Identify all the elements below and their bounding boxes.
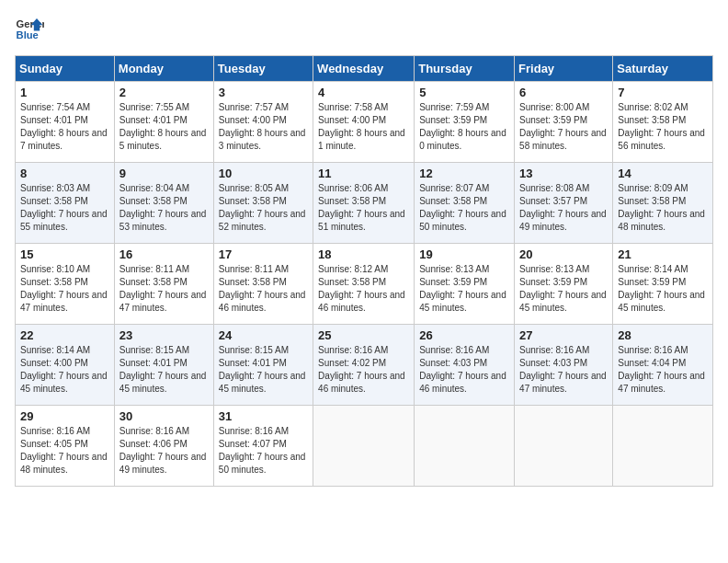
column-header-monday: Monday xyxy=(114,56,213,82)
day-number: 12 xyxy=(419,167,509,180)
day-cell-10: 10Sunrise: 8:05 AMSunset: 3:58 PMDayligh… xyxy=(213,163,313,244)
day-number: 6 xyxy=(519,86,608,99)
day-cell-6: 6Sunrise: 8:00 AMSunset: 3:59 PMDaylight… xyxy=(515,82,613,163)
day-info: Sunrise: 8:09 AMSunset: 3:58 PMDaylight:… xyxy=(618,182,708,234)
day-cell-27: 27Sunrise: 8:16 AMSunset: 4:03 PMDayligh… xyxy=(515,325,613,406)
day-cell-26: 26Sunrise: 8:16 AMSunset: 4:03 PMDayligh… xyxy=(415,325,515,406)
day-info: Sunrise: 7:57 AMSunset: 4:00 PMDaylight:… xyxy=(219,101,308,153)
day-info: Sunrise: 7:59 AMSunset: 3:59 PMDaylight:… xyxy=(419,101,509,153)
day-number: 21 xyxy=(618,247,708,261)
day-info: Sunrise: 8:10 AMSunset: 3:58 PMDaylight:… xyxy=(20,263,109,315)
day-cell-30: 30Sunrise: 8:16 AMSunset: 4:06 PMDayligh… xyxy=(114,406,213,487)
day-cell-29: 29Sunrise: 8:16 AMSunset: 4:05 PMDayligh… xyxy=(16,406,115,487)
day-info: Sunrise: 8:15 AMSunset: 4:01 PMDaylight:… xyxy=(219,344,308,396)
day-info: Sunrise: 8:04 AMSunset: 3:58 PMDaylight:… xyxy=(119,182,209,234)
day-number: 24 xyxy=(219,328,308,342)
day-cell-24: 24Sunrise: 8:15 AMSunset: 4:01 PMDayligh… xyxy=(213,325,313,406)
day-info: Sunrise: 8:16 AMSunset: 4:02 PMDaylight:… xyxy=(318,344,409,396)
day-number: 9 xyxy=(119,167,209,180)
day-cell-2: 2Sunrise: 7:55 AMSunset: 4:01 PMDaylight… xyxy=(114,82,213,163)
day-number: 18 xyxy=(318,247,409,261)
day-info: Sunrise: 8:15 AMSunset: 4:01 PMDaylight:… xyxy=(119,344,209,396)
day-number: 26 xyxy=(419,328,509,342)
day-number: 14 xyxy=(618,167,708,180)
day-number: 7 xyxy=(618,86,708,99)
day-cell-9: 9Sunrise: 8:04 AMSunset: 3:58 PMDaylight… xyxy=(114,163,213,244)
day-number: 15 xyxy=(20,247,109,261)
day-cell-19: 19Sunrise: 8:13 AMSunset: 3:59 PMDayligh… xyxy=(415,244,515,325)
day-cell-4: 4Sunrise: 7:58 AMSunset: 4:00 PMDaylight… xyxy=(313,82,415,163)
day-info: Sunrise: 8:16 AMSunset: 4:03 PMDaylight:… xyxy=(519,344,608,396)
day-number: 5 xyxy=(419,86,509,99)
day-cell-3: 3Sunrise: 7:57 AMSunset: 4:00 PMDaylight… xyxy=(213,82,313,163)
empty-cell xyxy=(313,406,415,487)
column-header-wednesday: Wednesday xyxy=(313,56,415,82)
day-info: Sunrise: 8:06 AMSunset: 3:58 PMDaylight:… xyxy=(318,182,409,234)
day-number: 16 xyxy=(119,247,209,261)
day-number: 20 xyxy=(519,247,608,261)
day-number: 17 xyxy=(219,247,308,261)
day-number: 4 xyxy=(318,86,409,99)
day-cell-23: 23Sunrise: 8:15 AMSunset: 4:01 PMDayligh… xyxy=(114,325,213,406)
day-info: Sunrise: 8:16 AMSunset: 4:04 PMDaylight:… xyxy=(618,344,708,396)
empty-cell xyxy=(515,406,613,487)
day-info: Sunrise: 8:16 AMSunset: 4:03 PMDaylight:… xyxy=(419,344,509,396)
day-info: Sunrise: 8:16 AMSunset: 4:06 PMDaylight:… xyxy=(119,425,209,477)
page-header: General Blue xyxy=(15,15,713,44)
day-number: 29 xyxy=(20,409,109,423)
day-number: 28 xyxy=(618,328,708,342)
day-info: Sunrise: 8:00 AMSunset: 3:59 PMDaylight:… xyxy=(519,101,608,153)
day-number: 25 xyxy=(318,328,409,342)
calendar-week-row: 15Sunrise: 8:10 AMSunset: 3:58 PMDayligh… xyxy=(16,244,713,325)
day-cell-28: 28Sunrise: 8:16 AMSunset: 4:04 PMDayligh… xyxy=(613,325,713,406)
day-number: 30 xyxy=(119,409,209,423)
day-cell-1: 1Sunrise: 7:54 AMSunset: 4:01 PMDaylight… xyxy=(16,82,115,163)
day-info: Sunrise: 8:13 AMSunset: 3:59 PMDaylight:… xyxy=(519,263,608,315)
column-header-thursday: Thursday xyxy=(415,56,515,82)
calendar-week-row: 29Sunrise: 8:16 AMSunset: 4:05 PMDayligh… xyxy=(16,406,713,487)
day-cell-12: 12Sunrise: 8:07 AMSunset: 3:58 PMDayligh… xyxy=(415,163,515,244)
day-number: 31 xyxy=(219,409,308,423)
day-number: 1 xyxy=(20,86,109,99)
calendar-table: SundayMondayTuesdayWednesdayThursdayFrid… xyxy=(15,55,713,487)
calendar-body: 1Sunrise: 7:54 AMSunset: 4:01 PMDaylight… xyxy=(16,82,713,487)
day-cell-16: 16Sunrise: 8:11 AMSunset: 3:58 PMDayligh… xyxy=(114,244,213,325)
day-info: Sunrise: 8:13 AMSunset: 3:59 PMDaylight:… xyxy=(419,263,509,315)
day-number: 11 xyxy=(318,167,409,180)
day-info: Sunrise: 8:05 AMSunset: 3:58 PMDaylight:… xyxy=(219,182,308,234)
logo: General Blue xyxy=(15,15,44,44)
day-info: Sunrise: 8:08 AMSunset: 3:57 PMDaylight:… xyxy=(519,182,608,234)
day-cell-15: 15Sunrise: 8:10 AMSunset: 3:58 PMDayligh… xyxy=(16,244,115,325)
calendar-week-row: 8Sunrise: 8:03 AMSunset: 3:58 PMDaylight… xyxy=(16,163,713,244)
day-cell-18: 18Sunrise: 8:12 AMSunset: 3:58 PMDayligh… xyxy=(313,244,415,325)
day-cell-8: 8Sunrise: 8:03 AMSunset: 3:58 PMDaylight… xyxy=(16,163,115,244)
day-info: Sunrise: 8:12 AMSunset: 3:58 PMDaylight:… xyxy=(318,263,409,315)
column-header-tuesday: Tuesday xyxy=(213,56,313,82)
day-info: Sunrise: 7:54 AMSunset: 4:01 PMDaylight:… xyxy=(20,101,109,153)
day-cell-13: 13Sunrise: 8:08 AMSunset: 3:57 PMDayligh… xyxy=(515,163,613,244)
day-info: Sunrise: 8:16 AMSunset: 4:07 PMDaylight:… xyxy=(219,425,308,477)
day-cell-5: 5Sunrise: 7:59 AMSunset: 3:59 PMDaylight… xyxy=(415,82,515,163)
day-cell-14: 14Sunrise: 8:09 AMSunset: 3:58 PMDayligh… xyxy=(613,163,713,244)
day-number: 2 xyxy=(119,86,209,99)
column-header-friday: Friday xyxy=(515,56,613,82)
day-number: 8 xyxy=(20,167,109,180)
day-cell-31: 31Sunrise: 8:16 AMSunset: 4:07 PMDayligh… xyxy=(213,406,313,487)
day-info: Sunrise: 8:07 AMSunset: 3:58 PMDaylight:… xyxy=(419,182,509,234)
column-header-saturday: Saturday xyxy=(613,56,713,82)
calendar-header-row: SundayMondayTuesdayWednesdayThursdayFrid… xyxy=(16,56,713,82)
day-info: Sunrise: 7:55 AMSunset: 4:01 PMDaylight:… xyxy=(119,101,209,153)
day-number: 23 xyxy=(119,328,209,342)
day-info: Sunrise: 8:14 AMSunset: 3:59 PMDaylight:… xyxy=(618,263,708,315)
day-cell-20: 20Sunrise: 8:13 AMSunset: 3:59 PMDayligh… xyxy=(515,244,613,325)
day-info: Sunrise: 8:16 AMSunset: 4:05 PMDaylight:… xyxy=(20,425,109,477)
day-info: Sunrise: 8:11 AMSunset: 3:58 PMDaylight:… xyxy=(119,263,209,315)
empty-cell xyxy=(415,406,515,487)
day-cell-11: 11Sunrise: 8:06 AMSunset: 3:58 PMDayligh… xyxy=(313,163,415,244)
day-number: 10 xyxy=(219,167,308,180)
calendar-week-row: 1Sunrise: 7:54 AMSunset: 4:01 PMDaylight… xyxy=(16,82,713,163)
day-number: 19 xyxy=(419,247,509,261)
day-cell-22: 22Sunrise: 8:14 AMSunset: 4:00 PMDayligh… xyxy=(16,325,115,406)
day-cell-25: 25Sunrise: 8:16 AMSunset: 4:02 PMDayligh… xyxy=(313,325,415,406)
day-info: Sunrise: 8:03 AMSunset: 3:58 PMDaylight:… xyxy=(20,182,109,234)
